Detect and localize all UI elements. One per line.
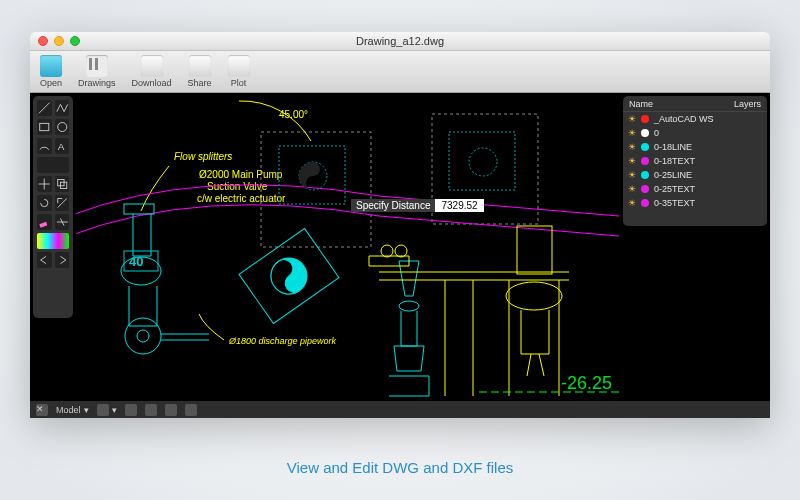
svg-text:A: A [57, 141, 64, 152]
arc-tool[interactable] [37, 138, 52, 154]
svg-point-10 [125, 318, 161, 354]
trim-tool[interactable] [55, 214, 70, 230]
svg-point-22 [506, 282, 562, 310]
drawing-canvas[interactable]: 45.00° Flow splitters Ø2000 Main Pump Su… [76, 96, 620, 398]
layer-color-icon [641, 199, 649, 207]
titlebar: Drawing_a12.dwg [30, 32, 770, 51]
open-button[interactable]: Open [40, 55, 62, 88]
line-tool[interactable] [37, 100, 52, 116]
layer-row[interactable]: ☀_AutoCAD WS [623, 112, 767, 126]
drawings-icon [86, 55, 108, 77]
left-toolbar: A [33, 96, 73, 318]
plot-icon [228, 55, 250, 77]
promo-caption: View and Edit DWG and DXF files [0, 459, 800, 476]
layer-row[interactable]: ☀0-18TEXT [623, 154, 767, 168]
text-tool[interactable]: A [55, 138, 70, 154]
layer-name: 0-25TEXT [654, 184, 695, 194]
layer-name: _AutoCAD WS [654, 114, 714, 124]
layer-name: 0-18TEXT [654, 156, 695, 166]
window-controls [38, 36, 80, 46]
layer-row[interactable]: ☀0-25TEXT [623, 182, 767, 196]
svg-rect-6 [261, 132, 371, 247]
undo-button[interactable] [37, 252, 52, 268]
circle-tool[interactable] [55, 119, 70, 135]
layer-color-icon [641, 143, 649, 151]
svg-rect-5 [39, 222, 47, 228]
layer-color-icon [641, 171, 649, 179]
main-toolbar: Open Drawings Download Share Plot [30, 51, 770, 93]
rotate-tool[interactable] [37, 195, 52, 211]
pan-button[interactable] [125, 404, 137, 416]
extents-icon [165, 404, 177, 416]
layers-title: Layers [734, 99, 761, 109]
svg-rect-8 [124, 204, 154, 214]
grid-button[interactable] [185, 404, 197, 416]
polyline-tool[interactable] [55, 100, 70, 116]
x-icon: ✕ [36, 404, 48, 416]
status-bar: ✕ Model ▾ ▾ [30, 401, 770, 418]
close-panel-button[interactable]: ✕ [36, 404, 48, 416]
scale-tool[interactable] [55, 195, 70, 211]
svg-text:40: 40 [129, 254, 143, 269]
zoom-button[interactable] [145, 404, 157, 416]
drawings-button[interactable]: Drawings [78, 55, 116, 88]
svg-rect-21 [517, 226, 552, 274]
app-window: Drawing_a12.dwg Open Drawings Download S… [30, 32, 770, 418]
copy-tool[interactable] [55, 176, 70, 192]
share-icon [189, 55, 211, 77]
svg-point-20 [395, 245, 407, 257]
layer-name: 0-18LINE [654, 142, 692, 152]
plot-button[interactable]: Plot [228, 55, 250, 88]
color-tool[interactable] [37, 233, 69, 249]
layer-color-icon [641, 185, 649, 193]
visibility-button[interactable]: ▾ [97, 404, 117, 416]
svg-rect-16 [449, 132, 515, 190]
discharge-label: Ø1800 discharge pipework [228, 336, 337, 346]
pump-label-3: c/w electric actuator [197, 193, 286, 204]
pump-label-1: Ø2000 Main Pump [199, 169, 283, 180]
model-tab[interactable]: Model ▾ [56, 405, 89, 415]
hand-icon [125, 404, 137, 416]
erase-tool[interactable] [37, 214, 52, 230]
layers-panel: Name Layers ☀_AutoCAD WS☀0☀0-18LINE☀0-18… [623, 96, 767, 226]
work-area: A 45.00° Flow splitters Ø [30, 93, 770, 401]
layer-color-icon [641, 157, 649, 165]
redo-button[interactable] [55, 252, 70, 268]
rect-tool[interactable] [37, 119, 52, 135]
open-icon [40, 55, 62, 77]
svg-point-1 [57, 122, 66, 131]
svg-point-18 [399, 301, 419, 311]
magnifier-icon [145, 404, 157, 416]
layer-row[interactable]: ☀0 [623, 126, 767, 140]
download-icon [141, 55, 163, 77]
layer-color-icon [641, 115, 649, 123]
distance-input-label: Specify Distance [351, 199, 435, 212]
distance-input[interactable]: Specify Distance 7329.52 [351, 199, 484, 212]
divider [37, 157, 69, 173]
svg-point-17 [469, 148, 497, 176]
layer-name: 0-35TEXT [654, 198, 695, 208]
angle-label: 45.00° [279, 109, 308, 120]
layer-color-icon [641, 129, 649, 137]
svg-point-19 [381, 245, 393, 257]
download-button[interactable]: Download [132, 55, 172, 88]
zoom-icon[interactable] [70, 36, 80, 46]
layer-name: 0-25LINE [654, 170, 692, 180]
svg-rect-0 [40, 123, 49, 130]
window-title: Drawing_a12.dwg [30, 35, 770, 47]
layer-row[interactable]: ☀0-25LINE [623, 168, 767, 182]
close-icon[interactable] [38, 36, 48, 46]
layer-row[interactable]: ☀0-35TEXT [623, 196, 767, 210]
minimize-icon[interactable] [54, 36, 64, 46]
flow-splitters-label: Flow splitters [174, 151, 232, 162]
dimension-readout: -26.25 [561, 373, 612, 394]
distance-input-value[interactable]: 7329.52 [435, 199, 483, 212]
share-button[interactable]: Share [188, 55, 212, 88]
grid-icon [185, 404, 197, 416]
extents-button[interactable] [165, 404, 177, 416]
pump-label-2: Suction Valve [207, 181, 268, 192]
svg-point-11 [137, 330, 149, 342]
layer-name: 0 [654, 128, 659, 138]
layer-row[interactable]: ☀0-18LINE [623, 140, 767, 154]
move-tool[interactable] [37, 176, 52, 192]
